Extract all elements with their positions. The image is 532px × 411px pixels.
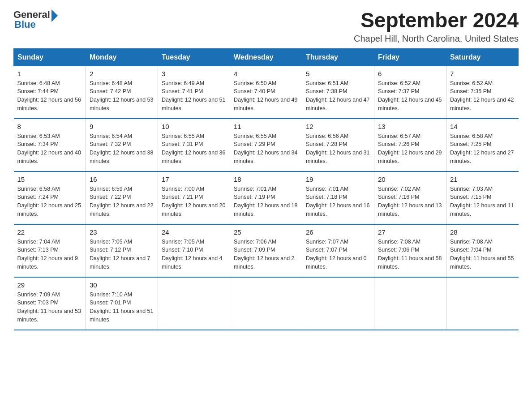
day-number: 2 — [90, 70, 154, 77]
day-number: 20 — [378, 176, 442, 183]
calendar-cell: 26Sunrise: 7:07 AMSunset: 7:07 PMDayligh… — [302, 224, 374, 277]
day-info: Sunrise: 6:53 AMSunset: 7:34 PMDaylight:… — [17, 132, 82, 166]
location-text: Chapel Hill, North Carolina, United Stat… — [354, 34, 519, 44]
day-info: Sunrise: 7:03 AMSunset: 7:15 PMDaylight:… — [450, 185, 515, 218]
day-number: 9 — [90, 123, 154, 130]
day-number: 4 — [234, 70, 298, 77]
day-number: 30 — [90, 281, 154, 289]
weekday-header-friday: Friday — [374, 48, 446, 66]
day-number: 24 — [162, 228, 226, 236]
day-info: Sunrise: 6:49 AMSunset: 7:41 PMDaylight:… — [162, 79, 226, 113]
calendar-week-row: 15Sunrise: 6:58 AMSunset: 7:24 PMDayligh… — [14, 171, 519, 224]
day-info: Sunrise: 6:58 AMSunset: 7:25 PMDaylight:… — [450, 132, 515, 166]
day-number: 23 — [90, 228, 154, 236]
calendar-cell: 1Sunrise: 6:48 AMSunset: 7:44 PMDaylight… — [14, 66, 86, 119]
weekday-header-tuesday: Tuesday — [158, 48, 230, 66]
day-info: Sunrise: 7:07 AMSunset: 7:07 PMDaylight:… — [306, 238, 370, 271]
calendar-table: SundayMondayTuesdayWednesdayThursdayFrid… — [13, 48, 519, 330]
calendar-cell: 17Sunrise: 7:00 AMSunset: 7:21 PMDayligh… — [158, 171, 230, 224]
day-number: 17 — [162, 176, 226, 183]
day-number: 12 — [306, 123, 370, 130]
calendar-week-row: 1Sunrise: 6:48 AMSunset: 7:44 PMDaylight… — [14, 66, 519, 119]
calendar-week-row: 22Sunrise: 7:04 AMSunset: 7:13 PMDayligh… — [14, 224, 519, 277]
day-number: 18 — [234, 176, 298, 183]
day-number: 19 — [306, 176, 370, 183]
day-info: Sunrise: 7:04 AMSunset: 7:13 PMDaylight:… — [17, 238, 82, 271]
calendar-cell: 29Sunrise: 7:09 AMSunset: 7:03 PMDayligh… — [14, 277, 86, 330]
calendar-body: 1Sunrise: 6:48 AMSunset: 7:44 PMDaylight… — [14, 66, 519, 330]
day-number: 28 — [450, 228, 515, 236]
day-number: 11 — [234, 123, 298, 130]
day-number: 27 — [378, 228, 442, 236]
day-info: Sunrise: 7:08 AMSunset: 7:06 PMDaylight:… — [378, 238, 442, 271]
calendar-cell: 7Sunrise: 6:52 AMSunset: 7:35 PMDaylight… — [446, 66, 519, 119]
calendar-cell: 12Sunrise: 6:56 AMSunset: 7:28 PMDayligh… — [302, 119, 374, 171]
day-number: 10 — [162, 123, 226, 130]
calendar-cell: 8Sunrise: 6:53 AMSunset: 7:34 PMDaylight… — [14, 119, 86, 171]
day-number: 13 — [378, 123, 442, 130]
day-info: Sunrise: 7:08 AMSunset: 7:04 PMDaylight:… — [450, 238, 515, 271]
logo: General Blue — [13, 9, 58, 30]
day-info: Sunrise: 6:59 AMSunset: 7:22 PMDaylight:… — [90, 185, 154, 218]
day-info: Sunrise: 6:55 AMSunset: 7:31 PMDaylight:… — [162, 132, 226, 166]
calendar-cell: 13Sunrise: 6:57 AMSunset: 7:26 PMDayligh… — [374, 119, 446, 171]
calendar-week-row: 8Sunrise: 6:53 AMSunset: 7:34 PMDaylight… — [14, 119, 519, 171]
day-number: 16 — [90, 176, 154, 183]
calendar-cell: 10Sunrise: 6:55 AMSunset: 7:31 PMDayligh… — [158, 119, 230, 171]
calendar-cell: 23Sunrise: 7:05 AMSunset: 7:12 PMDayligh… — [86, 224, 158, 277]
day-info: Sunrise: 7:05 AMSunset: 7:10 PMDaylight:… — [162, 238, 226, 271]
calendar-cell: 30Sunrise: 7:10 AMSunset: 7:01 PMDayligh… — [86, 277, 158, 330]
day-number: 25 — [234, 228, 298, 236]
day-info: Sunrise: 6:54 AMSunset: 7:32 PMDaylight:… — [90, 132, 154, 166]
calendar-cell — [158, 277, 230, 330]
month-year-heading: September 2024 — [354, 9, 519, 32]
calendar-cell: 18Sunrise: 7:01 AMSunset: 7:19 PMDayligh… — [230, 171, 302, 224]
day-number: 15 — [17, 176, 82, 183]
day-info: Sunrise: 6:58 AMSunset: 7:24 PMDaylight:… — [17, 185, 82, 218]
day-info: Sunrise: 7:01 AMSunset: 7:19 PMDaylight:… — [234, 185, 298, 218]
day-number: 7 — [450, 70, 515, 77]
day-info: Sunrise: 6:52 AMSunset: 7:35 PMDaylight:… — [450, 79, 515, 113]
calendar-cell — [374, 277, 446, 330]
day-info: Sunrise: 7:05 AMSunset: 7:12 PMDaylight:… — [90, 238, 154, 271]
calendar-cell: 14Sunrise: 6:58 AMSunset: 7:25 PMDayligh… — [446, 119, 519, 171]
day-number: 26 — [306, 228, 370, 236]
day-number: 5 — [306, 70, 370, 77]
calendar-week-row: 29Sunrise: 7:09 AMSunset: 7:03 PMDayligh… — [14, 277, 519, 330]
weekday-header-saturday: Saturday — [446, 48, 519, 66]
day-number: 22 — [17, 228, 82, 236]
day-info: Sunrise: 6:48 AMSunset: 7:44 PMDaylight:… — [17, 79, 82, 113]
calendar-cell: 2Sunrise: 6:48 AMSunset: 7:42 PMDaylight… — [86, 66, 158, 119]
day-info: Sunrise: 6:48 AMSunset: 7:42 PMDaylight:… — [90, 79, 154, 113]
calendar-cell: 11Sunrise: 6:55 AMSunset: 7:29 PMDayligh… — [230, 119, 302, 171]
day-info: Sunrise: 7:01 AMSunset: 7:18 PMDaylight:… — [306, 185, 370, 218]
weekday-header-monday: Monday — [86, 48, 158, 66]
day-info: Sunrise: 6:55 AMSunset: 7:29 PMDaylight:… — [234, 132, 298, 166]
day-info: Sunrise: 6:57 AMSunset: 7:26 PMDaylight:… — [378, 132, 442, 166]
day-info: Sunrise: 6:56 AMSunset: 7:28 PMDaylight:… — [306, 132, 370, 166]
calendar-cell: 15Sunrise: 6:58 AMSunset: 7:24 PMDayligh… — [14, 171, 86, 224]
calendar-cell: 28Sunrise: 7:08 AMSunset: 7:04 PMDayligh… — [446, 224, 519, 277]
title-section: September 2024 Chapel Hill, North Caroli… — [354, 9, 519, 44]
day-number: 6 — [378, 70, 442, 77]
weekday-header-sunday: Sunday — [14, 48, 86, 66]
calendar-cell: 9Sunrise: 6:54 AMSunset: 7:32 PMDaylight… — [86, 119, 158, 171]
day-info: Sunrise: 7:02 AMSunset: 7:16 PMDaylight:… — [378, 185, 442, 218]
calendar-cell: 6Sunrise: 6:52 AMSunset: 7:37 PMDaylight… — [374, 66, 446, 119]
day-info: Sunrise: 7:09 AMSunset: 7:03 PMDaylight:… — [17, 291, 82, 324]
calendar-cell: 25Sunrise: 7:06 AMSunset: 7:09 PMDayligh… — [230, 224, 302, 277]
weekday-header-wednesday: Wednesday — [230, 48, 302, 66]
day-number: 14 — [450, 123, 515, 130]
calendar-cell — [446, 277, 519, 330]
logo-blue-text: Blue — [13, 19, 58, 30]
day-info: Sunrise: 7:06 AMSunset: 7:09 PMDaylight:… — [234, 238, 298, 271]
weekday-header-thursday: Thursday — [302, 48, 374, 66]
day-number: 8 — [17, 123, 82, 130]
day-number: 21 — [450, 176, 515, 183]
day-info: Sunrise: 7:00 AMSunset: 7:21 PMDaylight:… — [162, 185, 226, 218]
calendar-cell: 24Sunrise: 7:05 AMSunset: 7:10 PMDayligh… — [158, 224, 230, 277]
calendar-cell: 19Sunrise: 7:01 AMSunset: 7:18 PMDayligh… — [302, 171, 374, 224]
day-info: Sunrise: 7:10 AMSunset: 7:01 PMDaylight:… — [90, 291, 154, 324]
calendar-cell: 21Sunrise: 7:03 AMSunset: 7:15 PMDayligh… — [446, 171, 519, 224]
calendar-cell: 3Sunrise: 6:49 AMSunset: 7:41 PMDaylight… — [158, 66, 230, 119]
